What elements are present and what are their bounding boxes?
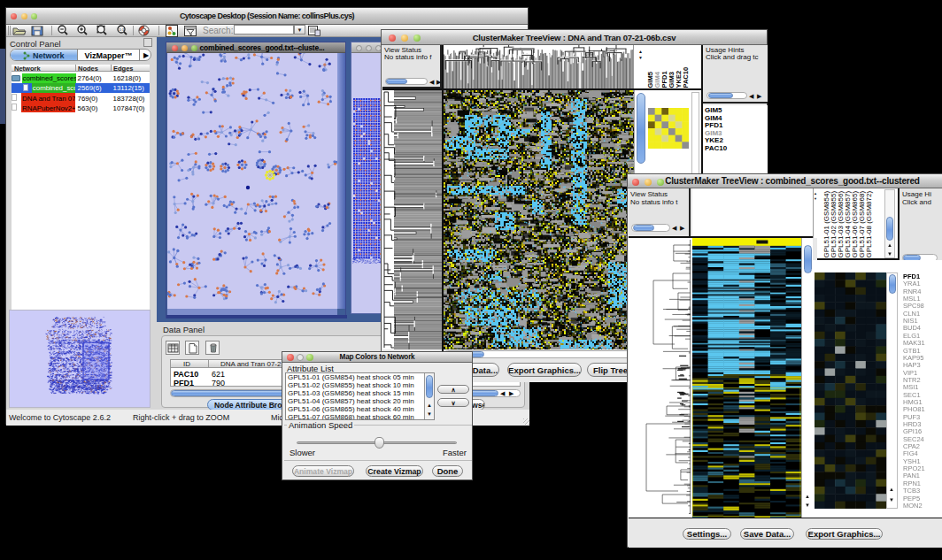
svg-text:1:1: 1:1 (120, 27, 125, 32)
